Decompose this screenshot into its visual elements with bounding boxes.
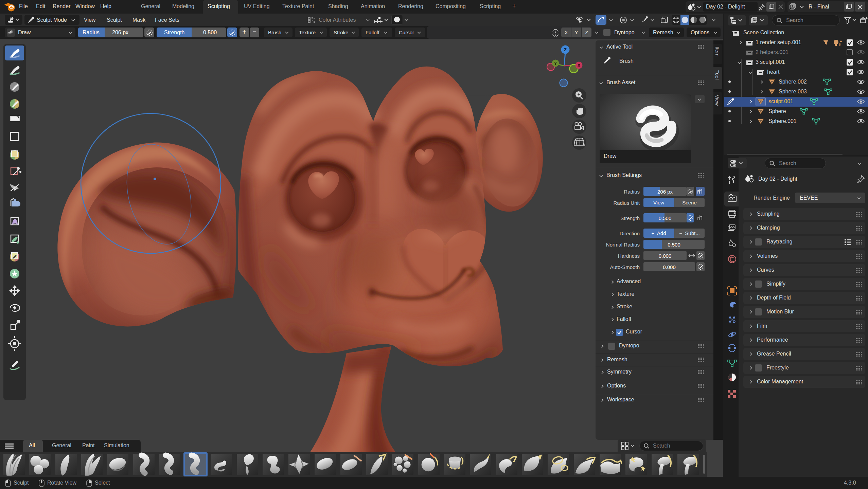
svg-text:Y: Y — [554, 61, 557, 66]
svg-text:9: 9 — [839, 43, 840, 47]
svg-text:X: X — [578, 63, 581, 68]
svg-text:Z: Z — [564, 47, 567, 52]
